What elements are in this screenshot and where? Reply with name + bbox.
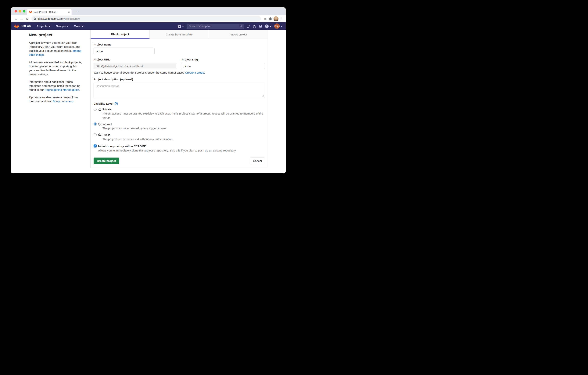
nav-menu-more[interactable]: More bbox=[74, 25, 84, 28]
tab-blank-project[interactable]: Blank project bbox=[91, 30, 149, 39]
browser-tab[interactable]: New Project · GitLab × bbox=[27, 9, 72, 15]
nav-menu-projects[interactable]: Projects bbox=[37, 25, 50, 28]
private-option-desc: Project access must be granted explicitl… bbox=[103, 111, 263, 120]
page-title: New project bbox=[29, 33, 82, 38]
gitlab-navbar: GitLab Projects Groups More + bbox=[11, 22, 286, 30]
reload-button[interactable]: ↻ bbox=[24, 16, 30, 22]
global-search bbox=[187, 24, 244, 29]
private-radio[interactable] bbox=[94, 108, 97, 111]
navbar-right: + ? bbox=[178, 23, 283, 29]
gitlab-wordmark: GitLab bbox=[21, 24, 31, 28]
cancel-button[interactable]: Cancel bbox=[250, 157, 265, 164]
visibility-group: Visibility Level ? Private Project acces… bbox=[94, 102, 265, 141]
forward-button[interactable]: → bbox=[19, 16, 24, 22]
minimize-window-button[interactable] bbox=[19, 10, 21, 12]
zoom-window-button[interactable] bbox=[23, 10, 25, 12]
nav-menu-groups[interactable]: Groups bbox=[56, 25, 69, 28]
issues-icon[interactable] bbox=[247, 25, 250, 28]
nav-menu-label: Groups bbox=[56, 25, 65, 28]
project-description-textarea[interactable] bbox=[94, 83, 265, 98]
public-option-label[interactable]: Public bbox=[103, 133, 110, 136]
globe-icon bbox=[98, 133, 101, 136]
readme-group: ✓ Initialize repository with a README Al… bbox=[94, 144, 265, 153]
back-button[interactable]: ← bbox=[13, 16, 19, 22]
visibility-help-icon[interactable]: ? bbox=[115, 102, 118, 105]
shield-icon bbox=[98, 122, 101, 126]
project-name-input[interactable] bbox=[94, 48, 155, 54]
internal-radio[interactable] bbox=[94, 122, 97, 125]
create-project-button[interactable]: Create project bbox=[94, 157, 119, 164]
visibility-level-label: Visibility Level ? bbox=[94, 102, 265, 105]
gitlab-favicon-icon bbox=[29, 11, 32, 13]
text: . bbox=[43, 53, 44, 56]
visibility-option-internal: Internal The project can be accessed by … bbox=[94, 122, 265, 130]
url-host: gitlab.widgetcorp.tech bbox=[38, 17, 64, 20]
user-menu[interactable] bbox=[274, 23, 283, 29]
gitlab-tanuki-icon bbox=[14, 24, 19, 28]
public-radio[interactable] bbox=[94, 133, 97, 136]
visibility-option-private: Private Project access must be granted e… bbox=[94, 107, 265, 120]
chevron-down-icon bbox=[49, 26, 50, 27]
readme-checkbox[interactable]: ✓ bbox=[94, 144, 97, 147]
lock-icon bbox=[98, 108, 101, 111]
chevron-down-icon bbox=[281, 26, 283, 27]
project-slug-group: Project slug bbox=[182, 58, 265, 69]
new-tab-button[interactable]: + bbox=[74, 9, 80, 15]
lock-icon bbox=[34, 17, 36, 20]
chevron-down-icon bbox=[67, 26, 69, 27]
new-project-panel: Blank project Create from template Impor… bbox=[90, 30, 268, 168]
browser-tab-strip: New Project · GitLab × + bbox=[11, 7, 286, 15]
todos-icon[interactable] bbox=[259, 25, 262, 28]
tab-close-icon[interactable]: × bbox=[68, 11, 70, 13]
show-command-link[interactable]: Show command bbox=[53, 100, 73, 103]
extensions-puzzle-icon[interactable] bbox=[269, 17, 273, 21]
project-slug-input[interactable] bbox=[182, 63, 265, 69]
blank-project-form: Project name Project URL Project slug bbox=[91, 39, 268, 168]
traffic-lights bbox=[15, 10, 25, 12]
resize-grip-icon[interactable] bbox=[262, 95, 264, 97]
private-option-label[interactable]: Private bbox=[103, 108, 111, 111]
public-option-desc: The project can be accessed without any … bbox=[103, 137, 173, 141]
browser-profile-avatar[interactable] bbox=[273, 16, 278, 21]
internal-option-label[interactable]: Internal bbox=[103, 122, 112, 126]
chevron-down-icon bbox=[82, 26, 84, 27]
description-sidebar: New project A project is where you house… bbox=[29, 30, 82, 173]
project-name-label: Project name bbox=[94, 43, 265, 46]
tab-import-project[interactable]: Import project bbox=[209, 30, 268, 39]
sidebar-paragraph: A project is where you house your files … bbox=[29, 41, 82, 57]
search-input[interactable] bbox=[189, 25, 240, 28]
page-content: New project A project is where you house… bbox=[11, 30, 286, 173]
help-question-icon: ? bbox=[265, 24, 269, 28]
visibility-option-public: Public The project can be accessed witho… bbox=[94, 133, 265, 141]
nav-menu-label: Projects bbox=[37, 25, 47, 28]
text: . bbox=[79, 88, 80, 91]
nav-menu-label: More bbox=[74, 25, 81, 28]
address-bar[interactable]: gitlab.widgetcorp.tech/projects/new bbox=[32, 16, 261, 22]
pages-guide-link[interactable]: Pages getting started guide bbox=[44, 88, 79, 91]
text: Want to house several dependent projects… bbox=[94, 71, 185, 74]
help-menu[interactable]: ? bbox=[265, 24, 272, 28]
bookmark-star-icon[interactable]: ☆ bbox=[262, 17, 268, 21]
gitlab-brand[interactable]: GitLab bbox=[14, 24, 31, 28]
internal-option-desc: The project can be accessed by any logge… bbox=[103, 126, 167, 130]
url-text: gitlab.widgetcorp.tech/projects/new bbox=[38, 17, 80, 20]
create-group-link[interactable]: Create a group. bbox=[185, 71, 205, 74]
chevron-down-icon bbox=[270, 26, 272, 27]
description-group: Project description (optional) bbox=[94, 78, 265, 98]
tab-create-from-template[interactable]: Create from template bbox=[149, 30, 209, 39]
merge-requests-icon[interactable] bbox=[253, 25, 256, 28]
new-menu-button[interactable]: + bbox=[178, 25, 184, 28]
sidebar-paragraph: All features are enabled for blank proje… bbox=[29, 60, 82, 76]
project-description-label: Project description (optional) bbox=[94, 78, 265, 81]
browser-window: New Project · GitLab × + ← → ↻ gitlab.wi… bbox=[11, 7, 286, 173]
form-actions: Create project Cancel bbox=[94, 157, 265, 164]
project-slug-label: Project slug bbox=[182, 58, 265, 61]
sidebar-paragraph: Information about additional Pages templ… bbox=[29, 80, 82, 92]
project-url-input[interactable] bbox=[94, 63, 176, 69]
close-window-button[interactable] bbox=[15, 10, 17, 12]
tab-title: New Project · GitLab bbox=[33, 11, 66, 13]
search-icon bbox=[240, 25, 242, 27]
url-slug-group: Project URL Project slug Want to house s… bbox=[94, 58, 265, 74]
readme-label[interactable]: Initialize repository with a README bbox=[98, 144, 146, 148]
browser-menu-icon[interactable]: ⋮ bbox=[280, 17, 284, 21]
